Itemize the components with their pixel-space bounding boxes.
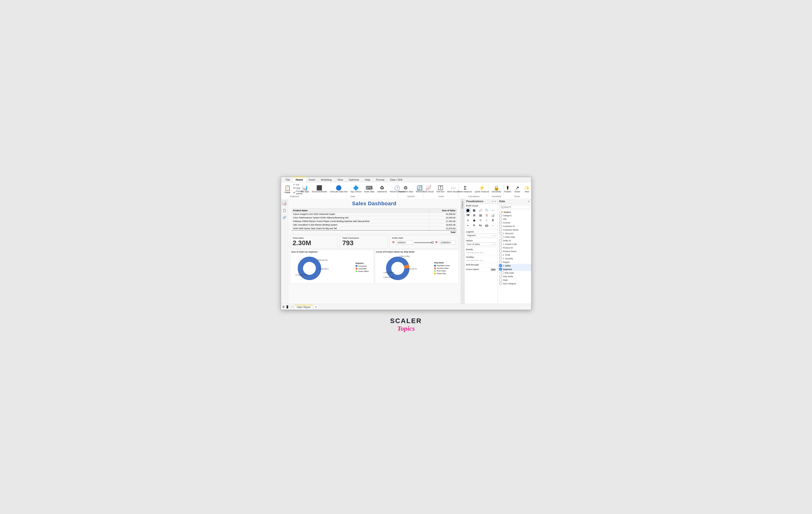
field-state-checkbox[interactable]: [499, 279, 502, 281]
viz-icon-funnel[interactable]: ▽: [478, 218, 483, 223]
crossreport-toggle[interactable]: OFF: [490, 268, 496, 271]
viz-icon-waterfall[interactable]: ↕: [484, 218, 489, 223]
values-field[interactable]: Sum of Sales ⌄ ×: [466, 242, 496, 246]
field-product-name[interactable]: Product Name: [498, 249, 531, 253]
onelake-button[interactable]: 🔵 OneLake data hub: [329, 185, 348, 193]
field-city[interactable]: City: [498, 217, 531, 221]
tab-format[interactable]: Format: [373, 177, 387, 182]
field-sub-category-checkbox[interactable]: [499, 282, 502, 285]
field-order-date[interactable]: › Order Date: [498, 235, 531, 239]
viz-icon-card[interactable]: 🃏: [484, 213, 489, 218]
field-sub-category[interactable]: Sub-Category: [498, 282, 531, 285]
field-segment[interactable]: Segment: [498, 267, 531, 271]
legend-chevron-icon[interactable]: ⌄: [491, 234, 493, 237]
paste-button[interactable]: 📋 Paste: [283, 185, 292, 194]
field-state[interactable]: State: [498, 278, 531, 282]
date-end-input[interactable]: [439, 241, 456, 244]
orders-section-header[interactable]: › ⊞ Orders: [498, 210, 531, 214]
viz-icon-ai[interactable]: 🤖: [484, 223, 489, 228]
field-category[interactable]: Category: [498, 214, 531, 217]
sql-button[interactable]: 🔷 SQL Server: [349, 185, 362, 193]
field-city-checkbox[interactable]: [499, 218, 502, 220]
new-button[interactable]: ✨ New: [523, 185, 531, 193]
field-region[interactable]: Region: [498, 260, 531, 264]
field-quantity-checkbox[interactable]: [499, 257, 502, 260]
desktop-view-icon[interactable]: 🖥: [282, 305, 285, 308]
field-customer-id[interactable]: Customer ID: [498, 224, 531, 228]
field-postal-code-checkbox[interactable]: [499, 243, 502, 245]
field-sales[interactable]: Σ Sales: [498, 264, 531, 267]
field-country[interactable]: Country: [498, 221, 531, 224]
viz-expand-icon[interactable]: »: [494, 199, 496, 203]
values-remove-icon[interactable]: ×: [494, 243, 495, 245]
sidebar-data-icon[interactable]: 📋: [282, 208, 287, 213]
field-order-date-checkbox[interactable]: [501, 236, 503, 238]
values-chevron-icon[interactable]: ⌄: [491, 243, 493, 245]
new-measure-button[interactable]: Σ New measure: [458, 185, 473, 193]
viz-icon-map[interactable]: 🗺: [466, 213, 470, 218]
viz-icon-matrix[interactable]: ▤: [478, 213, 483, 218]
tab-modeling[interactable]: Modeling: [318, 177, 335, 182]
quick-measure-button[interactable]: ⚡ Quick measure: [474, 185, 490, 193]
excel-button[interactable]: ⬛ Excel workbook: [311, 185, 328, 193]
text-box-button[interactable]: 🅃 Text box: [435, 185, 445, 193]
legend-field[interactable]: Segment ⌄ ×: [466, 234, 496, 237]
tab-view[interactable]: View: [335, 177, 346, 182]
field-postal-code[interactable]: Σ Postal Code: [498, 242, 531, 246]
field-ship-mode[interactable]: Ship Mode: [498, 275, 531, 278]
filter-label[interactable]: Filters: [461, 201, 464, 209]
nav-next-button[interactable]: ›: [293, 305, 294, 308]
tab-file[interactable]: File: [283, 177, 293, 182]
dataverse-button[interactable]: ♻ Dataverse: [376, 185, 388, 193]
field-discount-checkbox[interactable]: [499, 232, 502, 235]
viz-icon-donut[interactable]: ⬤: [466, 208, 470, 213]
field-order-id-checkbox[interactable]: [499, 239, 502, 242]
tab-home[interactable]: Home: [293, 177, 306, 182]
sidebar-report-icon[interactable]: 📊: [282, 200, 287, 206]
get-data-button[interactable]: 📊 Get data: [300, 185, 310, 193]
data-search-box[interactable]: 🔍: [499, 205, 530, 209]
viz-icon-area[interactable]: 📉: [484, 208, 489, 213]
sensitivity-button[interactable]: 🔒 Sensitivity: [491, 185, 502, 193]
tab-optimize[interactable]: Optimize: [346, 177, 362, 182]
viz-icon-kpi[interactable]: 📊: [491, 213, 495, 218]
legend-remove-icon[interactable]: ×: [494, 234, 495, 237]
field-country-checkbox[interactable]: [499, 221, 502, 224]
tablet-view-icon[interactable]: 📱: [286, 305, 289, 308]
tab-help[interactable]: Help: [362, 177, 373, 182]
field-sales-checkbox[interactable]: [499, 264, 502, 267]
viz-icon-slicer[interactable]: ≡: [466, 218, 470, 223]
field-region-checkbox[interactable]: [499, 261, 502, 263]
viz-icon-ribbon[interactable]: 🎗: [491, 218, 495, 223]
viz-icon-r[interactable]: R: [472, 223, 476, 228]
field-product-name-checkbox[interactable]: [499, 250, 502, 252]
viz-icon-bar[interactable]: ▦: [472, 208, 476, 213]
field-ship-mode-checkbox[interactable]: [499, 275, 502, 278]
viz-icon-more[interactable]: ···: [491, 223, 495, 228]
viz-icon-python[interactable]: Py: [478, 223, 483, 228]
viz-icon-line[interactable]: 📈: [478, 208, 483, 213]
sales-report-tab[interactable]: Sales Report: [295, 305, 313, 309]
field-order-id[interactable]: Order ID: [498, 239, 531, 242]
field-category-checkbox[interactable]: [499, 214, 502, 217]
data-expand-icon[interactable]: »: [528, 199, 529, 203]
enter-data-button[interactable]: ⌨ Enter data: [364, 185, 375, 193]
field-customer-name-checkbox[interactable]: [499, 228, 502, 231]
new-visual-button[interactable]: 📈 New visual: [422, 185, 435, 193]
field-customer-name[interactable]: Customer Name: [498, 228, 531, 232]
field-product-id[interactable]: Product ID: [498, 246, 531, 249]
viz-icon-scatter[interactable]: ⋯: [491, 208, 495, 213]
tab-data-drill[interactable]: Data / Drill: [387, 177, 405, 182]
viz-icon-treemap[interactable]: ▪: [466, 223, 470, 228]
viz-collapse-icon[interactable]: «: [492, 199, 493, 203]
field-profit-checkbox[interactable]: [499, 253, 502, 256]
sidebar-model-icon[interactable]: 🔗: [282, 215, 287, 220]
viz-icon-gauge[interactable]: ◉: [472, 218, 476, 223]
filter-sidebar[interactable]: Filters: [461, 198, 464, 304]
viz-icon-table[interactable]: ⊞: [472, 213, 476, 218]
field-product-id-checkbox[interactable]: [499, 246, 502, 249]
share-button[interactable]: ↗ Share: [513, 185, 522, 193]
data-search-input[interactable]: [503, 206, 531, 208]
publish-button[interactable]: ⬆ Publish: [503, 185, 512, 193]
field-profit[interactable]: Σ Profit: [498, 253, 531, 256]
